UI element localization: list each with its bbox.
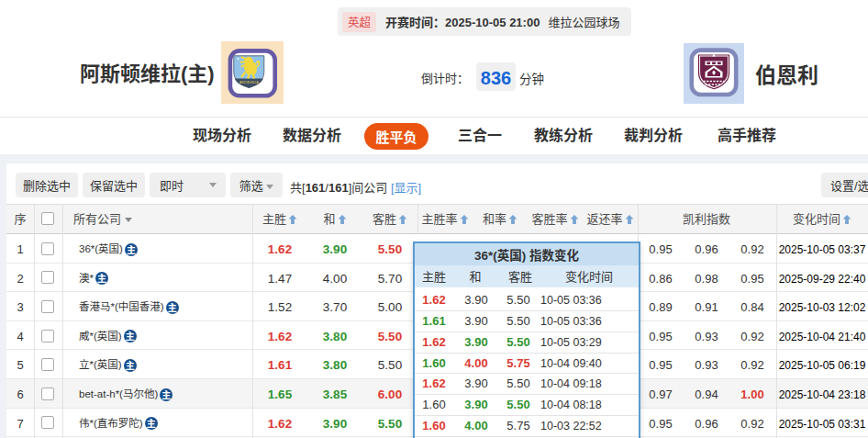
svg-text:ASTON VILLA: ASTON VILLA bbox=[239, 81, 259, 84]
